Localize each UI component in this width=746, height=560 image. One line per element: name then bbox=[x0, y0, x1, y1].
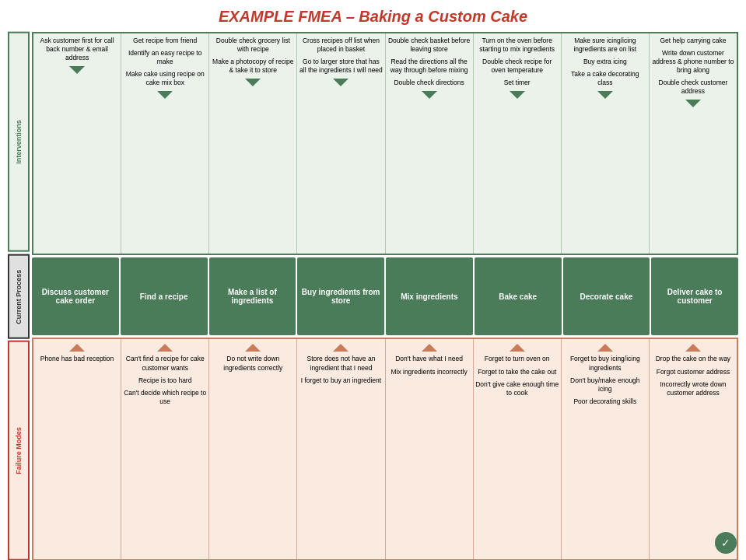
up-arrow-icon bbox=[157, 344, 173, 352]
failure-item: Don't have what I need bbox=[387, 355, 471, 363]
intervention-col-7: Get help carrying cakeWrite down custome… bbox=[650, 33, 737, 254]
intervention-item: Buy extra icing bbox=[563, 58, 647, 66]
intervention-item: Double check recipe for oven temperature bbox=[475, 58, 559, 75]
failure-col-1: Can't find a recipe for cake customer wa… bbox=[121, 339, 209, 559]
up-arrow-icon bbox=[685, 344, 701, 352]
intervention-item: Set timer bbox=[475, 79, 559, 87]
down-arrow-icon bbox=[510, 91, 525, 99]
failure-col-4: Don't have what I needMix ingredients in… bbox=[386, 339, 474, 559]
up-arrow-icon bbox=[597, 344, 613, 352]
interventions-section: Ask customer first for call back number … bbox=[32, 32, 738, 255]
failure-item: Phone has bad reception bbox=[35, 355, 119, 363]
failure-item: Can't decide which recipe to use bbox=[123, 389, 207, 406]
intervention-item: Double check customer address bbox=[651, 79, 735, 96]
failure-item: Store does not have an ingredient that I… bbox=[299, 355, 383, 372]
down-arrow-icon bbox=[69, 66, 85, 74]
failure-item: Recipe is too hard bbox=[123, 376, 207, 385]
intervention-col-0: Ask customer first for call back number … bbox=[33, 33, 121, 254]
process-section: Discuss customer cake orderFind a recipe… bbox=[32, 257, 738, 336]
columns-wrapper: Ask customer first for call back number … bbox=[32, 32, 738, 560]
label-process: Current Process bbox=[8, 254, 30, 339]
failure-item: Poor decorating skills bbox=[563, 397, 647, 406]
failure-item: Forget to buy icing/icing ingredients bbox=[563, 355, 647, 372]
failure-item: Do not write down ingredients correctly bbox=[211, 355, 295, 372]
intervention-col-6: Make sure icing/icing ingredients are on… bbox=[562, 33, 650, 254]
intervention-item: Double check grocery list with recipe bbox=[211, 37, 295, 54]
failure-item: Don't buy/make enough icing bbox=[563, 376, 647, 394]
failure-item: Drop the cake on the way bbox=[651, 355, 735, 363]
intervention-item: Get recipe from friend bbox=[123, 37, 207, 45]
up-arrow-icon bbox=[510, 344, 525, 352]
intervention-col-1: Get recipe from friendIdentify an easy r… bbox=[121, 33, 209, 254]
failure-col-6: Forget to buy icing/icing ingredientsDon… bbox=[562, 339, 650, 559]
process-box-0[interactable]: Discuss customer cake order bbox=[32, 257, 119, 336]
label-failure: Failure Modes bbox=[8, 341, 30, 560]
failure-col-2: Do not write down ingredients correctly bbox=[209, 339, 297, 559]
intervention-col-4: Double check basket before leaving store… bbox=[386, 33, 474, 254]
failure-col-3: Store does not have an ingredient that I… bbox=[297, 339, 385, 559]
failure-item: Forgot customer address bbox=[651, 368, 735, 376]
page: EXAMPLE FMEA – Baking a Custom Cake Inte… bbox=[0, 0, 746, 560]
intervention-item: Turn on the oven before starting to mix … bbox=[475, 37, 559, 54]
failure-item: Forget to turn oven on bbox=[475, 355, 559, 363]
up-arrow-icon bbox=[245, 344, 261, 352]
down-arrow-icon bbox=[597, 91, 613, 99]
failure-col-5: Forget to turn oven onForget to take the… bbox=[474, 339, 562, 559]
process-box-3[interactable]: Buy ingredients from store bbox=[297, 257, 384, 336]
intervention-col-2: Double check grocery list with recipeMak… bbox=[209, 33, 297, 254]
intervention-item: Write down customer address & phone numb… bbox=[651, 49, 735, 75]
page-title: EXAMPLE FMEA – Baking a Custom Cake bbox=[8, 8, 738, 26]
logo-badge: ✓ bbox=[715, 532, 737, 554]
intervention-item: Ask customer first for call back number … bbox=[35, 37, 119, 62]
failure-section: Phone has bad receptionCan't find a reci… bbox=[32, 338, 738, 560]
main-layout: Interventions Current Process Failure Mo… bbox=[8, 32, 738, 560]
process-box-1[interactable]: Find a recipe bbox=[121, 257, 208, 336]
intervention-item: Make cake using recipe on cake mix box bbox=[123, 70, 207, 87]
intervention-col-3: Cross recipes off list when placed in ba… bbox=[297, 33, 385, 254]
process-box-6[interactable]: Decorate cake bbox=[563, 257, 650, 336]
up-arrow-icon bbox=[422, 344, 437, 352]
failure-col-7: Drop the cake on the wayForgot customer … bbox=[650, 339, 737, 559]
failure-item: Don't give cake enough time to cook bbox=[475, 380, 559, 397]
down-arrow-icon bbox=[245, 79, 261, 86]
intervention-item: Go to larger store that has all the ingr… bbox=[299, 58, 383, 75]
intervention-item: Read the directions all the way through … bbox=[387, 58, 471, 75]
process-box-4[interactable]: Mix ingredients bbox=[386, 257, 473, 336]
failure-item: I forget to buy an ingredient bbox=[299, 376, 383, 385]
intervention-item: Make sure icing/icing ingredients are on… bbox=[563, 37, 647, 54]
failure-item: Forget to take the cake out bbox=[475, 368, 559, 376]
intervention-item: Double check directions bbox=[387, 79, 471, 87]
process-box-7[interactable]: Deliver cake to customer bbox=[651, 257, 738, 336]
down-arrow-icon bbox=[333, 79, 348, 86]
up-arrow-icon bbox=[69, 344, 85, 352]
process-box-5[interactable]: Bake cake bbox=[475, 257, 562, 336]
failure-item: Can't find a recipe for cake customer wa… bbox=[123, 355, 207, 372]
intervention-item: Identify an easy recipe to make bbox=[123, 49, 207, 66]
failure-item: Incorrectly wrote down customer address bbox=[651, 380, 735, 397]
failure-item: Mix ingredients incorrectly bbox=[387, 368, 471, 376]
label-interventions: Interventions bbox=[8, 32, 30, 252]
down-arrow-icon bbox=[422, 91, 437, 99]
down-arrow-icon bbox=[157, 91, 173, 99]
intervention-item: Take a cake decorating class bbox=[563, 70, 647, 87]
process-box-2[interactable]: Make a list of ingredients bbox=[209, 257, 296, 336]
up-arrow-icon bbox=[333, 344, 348, 352]
down-arrow-icon bbox=[685, 100, 701, 107]
intervention-item: Make a photocopy of recipe & take it to … bbox=[211, 58, 295, 75]
intervention-item: Cross recipes off list when placed in ba… bbox=[299, 37, 383, 54]
failure-col-0: Phone has bad reception bbox=[33, 339, 121, 559]
side-labels: Interventions Current Process Failure Mo… bbox=[8, 32, 30, 560]
intervention-item: Get help carrying cake bbox=[651, 37, 735, 45]
intervention-item: Double check basket before leaving store bbox=[387, 37, 471, 54]
intervention-col-5: Turn on the oven before starting to mix … bbox=[474, 33, 562, 254]
